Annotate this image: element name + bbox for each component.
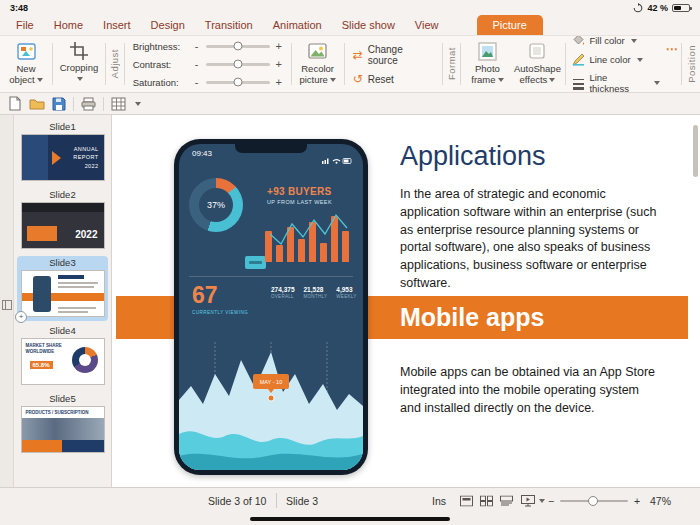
- donut-value: 37%: [207, 200, 225, 210]
- menu-insert[interactable]: Insert: [93, 16, 141, 35]
- slide-label: Slide1: [20, 121, 105, 132]
- change-source-label: Change source: [368, 44, 434, 66]
- brightness-slider[interactable]: [206, 45, 270, 48]
- slide-thumbnail-3[interactable]: Slide3 +: [17, 256, 108, 321]
- recolor-label: Recolor: [301, 63, 334, 74]
- slide1-thumb[interactable]: ANNUALREPORT2022: [21, 134, 105, 181]
- zoom-out-button[interactable]: −: [548, 495, 554, 507]
- new-file-icon[interactable]: [8, 96, 22, 111]
- slide-thumbnail-2[interactable]: Slide2 2022: [17, 188, 108, 253]
- open-file-icon[interactable]: [29, 97, 45, 111]
- cropping-button[interactable]: Cropping: [55, 38, 103, 90]
- currently-viewing-label: CURRENTLY VIEWING: [192, 310, 248, 315]
- slide-title[interactable]: Applications: [400, 141, 546, 172]
- slide-label: Slide5: [20, 393, 105, 404]
- zoom-in-button[interactable]: +: [634, 495, 640, 507]
- battery-percent: 42 %: [647, 3, 668, 13]
- adjust-group-label: Adjust: [108, 38, 122, 90]
- autoshape-effects-button[interactable]: AutoShapeeffects: [511, 38, 563, 90]
- body-text-2[interactable]: Mobile apps can be obtained via an App S…: [400, 364, 663, 417]
- slide2-thumb[interactable]: 2022: [21, 202, 105, 249]
- slide-counter: Slide 3 of 10: [208, 495, 266, 507]
- fill-color-label: Fill color: [589, 35, 624, 46]
- slide3-thumb[interactable]: [21, 270, 105, 317]
- phone-mockup-image[interactable]: 09:43 37% +93 BUYERS UP FROM LAST WEEK: [174, 139, 368, 475]
- chevron-down-icon[interactable]: [135, 102, 141, 106]
- menu-home[interactable]: Home: [44, 16, 93, 35]
- new-object-button[interactable]: Newobject: [2, 38, 50, 90]
- ribbon-overflow-button[interactable]: ⋯: [666, 42, 678, 56]
- brightness-slider-thumb[interactable]: [233, 42, 242, 51]
- line-thickness-button[interactable]: Line thickness: [572, 72, 659, 93]
- panel-toggle-strip[interactable]: [0, 115, 14, 487]
- home-indicator[interactable]: [250, 517, 450, 521]
- menu-view[interactable]: View: [405, 16, 449, 35]
- slide-thumbnail-1[interactable]: Slide1 ANNUALREPORT2022: [17, 120, 108, 185]
- contrast-slider[interactable]: [206, 63, 270, 66]
- stat-weekly: 4,953 WEEKLY: [336, 286, 356, 299]
- save-icon[interactable]: [52, 97, 66, 111]
- insert-mode-indicator[interactable]: Ins: [432, 495, 446, 507]
- panel-toggle-icon[interactable]: [2, 123, 12, 487]
- line-color-label: Line color: [589, 54, 630, 65]
- rotation-lock-icon: [633, 3, 643, 13]
- zoom-slider-thumb[interactable]: [588, 496, 598, 506]
- saturation-slider-thumb[interactable]: [233, 78, 242, 87]
- brightness-increase-button[interactable]: +: [275, 42, 283, 50]
- slide-label: Slide4: [20, 325, 105, 336]
- photo-frame-button[interactable]: Photoframe: [463, 38, 511, 90]
- contrast-slider-thumb[interactable]: [233, 60, 242, 69]
- recolor-picture-button[interactable]: Recolorpicture: [294, 38, 342, 90]
- slide-thumbnail-4[interactable]: Slide4 MARKET SHAREWORLDWIDE 65.8%: [17, 324, 108, 389]
- banner-text: Mobile apps: [400, 296, 544, 339]
- menu-design[interactable]: Design: [141, 16, 195, 35]
- slide4-thumb[interactable]: MARKET SHAREWORLDWIDE 65.8%: [21, 338, 105, 385]
- chevron-down-icon: [498, 78, 504, 82]
- fill-color-icon: [572, 35, 585, 47]
- menu-slide-show[interactable]: Slide show: [332, 16, 405, 35]
- cropping-label: Cropping: [60, 62, 99, 73]
- chevron-down-icon[interactable]: [539, 499, 545, 503]
- view-notes-icon[interactable]: [500, 495, 513, 506]
- stat-monthly: 21,528 MONTHLY: [304, 286, 328, 299]
- source-group: ⇄ Change source ↺ Reset: [347, 38, 440, 90]
- vertical-scrollbar[interactable]: [693, 125, 698, 177]
- contrast-increase-button[interactable]: +: [275, 60, 283, 68]
- move-handle-icon[interactable]: +: [15, 311, 27, 323]
- view-slide-sorter-icon[interactable]: [480, 495, 493, 506]
- view-normal-icon[interactable]: [460, 495, 473, 506]
- slide-thumbnail-5[interactable]: Slide5 PRODUCTS / SUBSCRIPTION: [17, 392, 108, 457]
- slide-label: Slide2: [20, 189, 105, 200]
- zoom-slider[interactable]: [560, 500, 628, 502]
- fill-color-button[interactable]: Fill color: [572, 35, 659, 47]
- contrast-decrease-button[interactable]: -: [193, 60, 201, 68]
- saturation-row: Saturation: - +: [133, 77, 283, 88]
- change-source-button[interactable]: ⇄ Change source: [353, 44, 434, 66]
- menu-transition[interactable]: Transition: [195, 16, 263, 35]
- autoshape-effects-icon: [527, 41, 548, 62]
- new-object-icon: [16, 41, 37, 62]
- reset-button[interactable]: ↺ Reset: [353, 74, 434, 85]
- tab-picture[interactable]: Picture: [477, 15, 543, 35]
- chevron-down-icon: [549, 78, 555, 82]
- chevron-down-icon: [631, 39, 637, 43]
- view-options-icon[interactable]: [111, 97, 126, 111]
- line-thickness-icon: [572, 77, 585, 90]
- saturation-slider[interactable]: [206, 81, 270, 84]
- slide5-thumb[interactable]: PRODUCTS / SUBSCRIPTION: [21, 406, 105, 453]
- reset-label: Reset: [368, 74, 394, 85]
- menu-animation[interactable]: Animation: [263, 16, 332, 35]
- print-icon[interactable]: [81, 97, 96, 111]
- saturation-increase-button[interactable]: +: [275, 78, 283, 86]
- saturation-decrease-button[interactable]: -: [193, 78, 201, 86]
- body-text-1[interactable]: In the area of strategic and economic ap…: [400, 186, 663, 293]
- slide-editor[interactable]: Mobile apps Applications In the area of …: [112, 115, 700, 487]
- saturation-label: Saturation:: [133, 77, 188, 88]
- menu-file[interactable]: File: [6, 16, 44, 35]
- brightness-decrease-button[interactable]: -: [193, 42, 201, 50]
- zoom-level[interactable]: 47%: [650, 495, 671, 507]
- picture-ribbon: Newobject Cropping Adjust Brightness: - …: [0, 35, 700, 93]
- chevron-down-icon: [37, 78, 43, 82]
- present-icon[interactable]: [521, 495, 535, 507]
- line-color-button[interactable]: Line color: [572, 53, 659, 66]
